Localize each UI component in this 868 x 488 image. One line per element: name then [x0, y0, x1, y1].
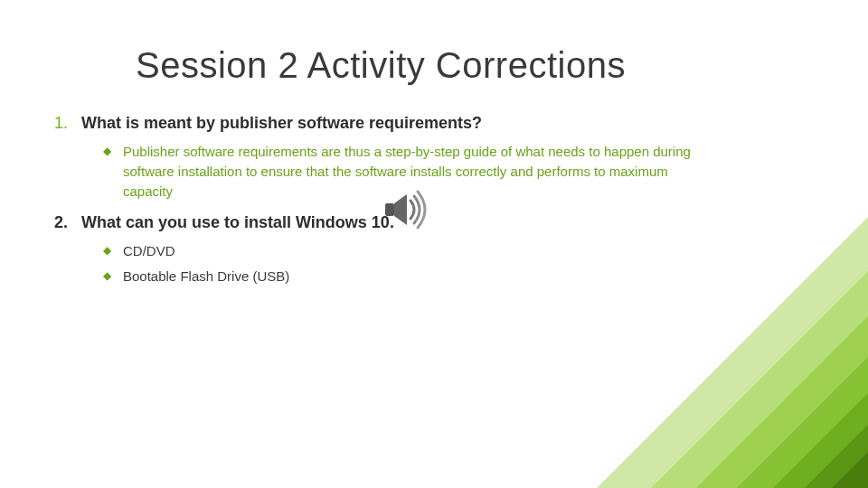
decor-triangles: [597, 217, 868, 488]
q2-answer-1-text: CD/DVD: [123, 243, 175, 258]
q2-answer-2-text: Bootable Flash Drive (USB): [123, 268, 289, 284]
slide: Session 2 Activity Corrections 1.What is…: [0, 0, 868, 488]
speaker-icon[interactable]: [380, 187, 434, 232]
svg-rect-0: [385, 203, 394, 216]
q2-text: What can you use to install Windows 10.: [81, 213, 394, 231]
question-1: 1.What is meant by publisher software re…: [54, 114, 705, 133]
bullet-icon: ◆: [103, 268, 111, 284]
slide-title: Session 2 Activity Corrections: [136, 45, 626, 86]
q2-number: 2.: [54, 213, 76, 232]
q1-text: What is meant by publisher software requ…: [81, 114, 482, 132]
svg-marker-1: [394, 194, 407, 225]
bullet-icon: ◆: [103, 144, 111, 159]
bullet-icon: ◆: [103, 243, 111, 258]
q1-number: 1.: [54, 114, 76, 133]
